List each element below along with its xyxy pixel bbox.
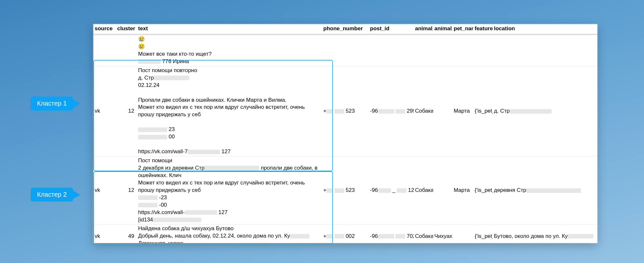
cell-post_id: -96 299 [369,66,414,156]
cell-cluster: 49 [116,224,137,243]
col-cluster: cluster [116,24,137,34]
table-row: vk49Найдена собака д/ш чихуахуа БутовоДо… [93,224,597,243]
cell-location: д. Стр [493,66,597,156]
cell-features: {'is_pet_n [473,224,493,243]
cell-animal_type: Собака [414,156,433,224]
cell-text: Пост помощи2 декабря из деревни Стр проп… [137,156,322,224]
cluster2-label: Кластер 2 [37,191,67,198]
cell-cluster: 12 [116,66,137,156]
cell-animal_breed [433,156,452,224]
cell-location: Бутово, около дома по ул. Ку [493,224,597,243]
cell-animal_type: Собака [414,66,433,156]
data-table: source cluster text phone_number post_id… [93,24,597,243]
table-row: vk12Пост помощи повторнод. Стр02.12.24Пр… [93,66,597,156]
cell-source: vk [93,66,116,156]
cell-animal_breed: Чихуахуа [433,224,452,243]
cell-pet_name [452,224,473,243]
cell-location [493,34,597,66]
cell-cluster [116,34,137,66]
cell-pet_name [452,34,473,66]
cell-text: 😢😢Может все таки кто-то ищет? 776 Ирина [137,34,322,66]
cluster1-label: Кластер 1 [37,100,67,107]
col-petname: pet_name [452,24,473,34]
col-animaltype: animal_ty [414,24,433,34]
table-panel: source cluster text phone_number post_id… [93,24,597,243]
cell-location: деревня Стр [493,156,597,224]
cell-animal_type: Собака [414,224,433,243]
cell-text: Пост помощи повторнод. Стр02.12.24Пропал… [137,66,322,156]
col-source: source [93,24,116,34]
col-text: text [137,24,322,34]
cell-features: {'is_pet_n [473,66,493,156]
col-postid: post_id [369,24,414,34]
cell-phone: + 523 [322,156,369,224]
col-animalbreed: animal_b [433,24,452,34]
header-row: source cluster text phone_number post_id… [93,24,597,34]
cell-pet_name: Марта [452,66,473,156]
cell-phone: + 002 [322,224,369,243]
cell-pet_name: Марта [452,156,473,224]
cell-source [93,34,116,66]
cluster1-callout: Кластер 1 [31,97,73,110]
cell-features: {'is_pet_n [473,156,493,224]
cell-cluster: 12 [116,156,137,224]
cell-features [473,34,493,66]
col-phone: phone_number [322,24,369,34]
table-row: 😢😢Может все таки кто-то ищет? 776 Ирина [93,34,597,66]
cell-post_id [369,34,414,66]
cell-animal_breed [433,34,452,66]
cell-animal_breed [433,66,452,156]
cell-animal_type [414,34,433,66]
cell-text: Найдена собака д/ш чихуахуа БутовоДобрый… [137,224,322,243]
cell-phone: + 523 [322,66,369,156]
cell-post_id: -96 _ 123 [369,156,414,224]
cell-phone [322,34,369,66]
col-location: location [493,24,597,34]
cell-post_id: -96 702 [369,224,414,243]
cell-source: vk [93,224,116,243]
cell-source: vk [93,156,116,224]
table-row: vk12Пост помощи2 декабря из деревни Стр … [93,156,597,224]
col-features: features [473,24,493,34]
cluster2-callout: Кластер 2 [31,188,73,202]
